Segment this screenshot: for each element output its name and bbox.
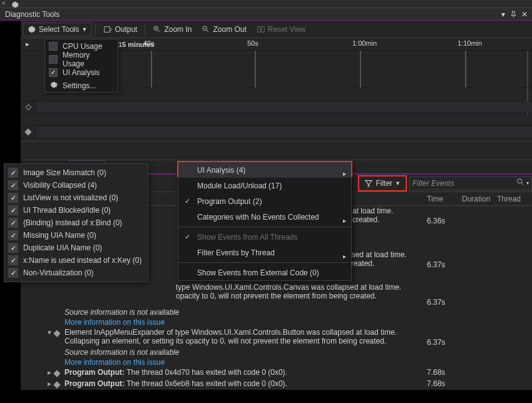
checkbox-icon[interactable] — [49, 68, 58, 77]
checkbox-icon[interactable] — [49, 42, 58, 51]
check-icon[interactable] — [8, 168, 18, 178]
col-duration[interactable]: Duration — [462, 195, 497, 203]
filter-menu-item[interactable]: UI Analysis (4) — [178, 162, 351, 178]
filter-search-box[interactable]: ▾ — [409, 176, 532, 190]
dropdown-icon[interactable]: ▾ — [499, 10, 507, 18]
gear-icon — [50, 81, 58, 91]
filter-menu-item: ✓Show Events from All Threads — [178, 229, 351, 245]
event-row[interactable]: ▾ Element InAppMenuExpander of type Wind… — [21, 327, 532, 347]
check-icon[interactable] — [8, 243, 18, 253]
svg-rect-4 — [262, 26, 264, 32]
close-icon[interactable]: ✕ — [520, 10, 528, 18]
select-tools-button[interactable]: Select Tools ▼ — [23, 23, 91, 36]
select-tools-label: Select Tools — [39, 25, 79, 34]
chevron-down-icon[interactable]: ▾ — [526, 180, 529, 186]
event-row[interactable]: ▸ Program Output: The thread 0x6eb8 has … — [21, 379, 532, 390]
left-panel-chevron-icon[interactable]: « — [2, 0, 6, 6]
category-item[interactable]: Non-Virtualization (0) — [4, 267, 148, 279]
check-icon[interactable] — [8, 218, 18, 228]
check-icon[interactable] — [8, 255, 18, 265]
settings-item[interactable]: Settings... — [45, 79, 118, 92]
events-diamond-icon — [24, 128, 31, 135]
output-button[interactable]: Output — [100, 23, 141, 36]
expand-icon[interactable]: ▸ — [44, 368, 54, 377]
category-item[interactable]: UI Thread Blocked/Idle (0) — [4, 204, 148, 217]
events-track[interactable] — [36, 126, 532, 138]
category-item[interactable]: Image Size Mismatch (0) — [4, 166, 148, 179]
more-info-link[interactable]: More information on this issue — [64, 358, 422, 367]
checkbox-icon[interactable] — [49, 55, 58, 64]
filter-menu-item[interactable]: Show Events from External Code (0) — [178, 265, 351, 280]
check-icon: ✓ — [185, 233, 190, 241]
svg-point-5 — [518, 179, 522, 183]
timeline-tick: 40s — [143, 39, 155, 47]
search-icon[interactable] — [516, 178, 525, 188]
category-item[interactable]: Missing UIA Name (0) — [4, 229, 148, 242]
expand-icon[interactable]: ▸ — [44, 379, 54, 388]
filter-label: Filter — [376, 179, 392, 188]
reset-view-button: Reset View — [253, 23, 309, 36]
zoom-in-button[interactable]: Zoom In — [149, 23, 195, 36]
check-icon[interactable] — [8, 180, 18, 190]
svg-rect-0 — [105, 26, 110, 32]
filter-dropdown-menu: UI Analysis (4) Module Load/Unload (17) … — [178, 161, 352, 281]
category-item[interactable]: Visibility Collapsed (4) — [4, 179, 148, 191]
chevron-down-icon: ▼ — [81, 26, 87, 33]
ui-analysis-categories-menu: Image Size Mismatch (0) Visibility Colla… — [4, 163, 148, 282]
panel-title-text: Diagnostic Tools — [5, 10, 59, 19]
timeline-tick: 50s — [247, 39, 258, 47]
filter-button[interactable]: Filter ▼ — [358, 175, 407, 191]
timeline-tick: 1:10min — [458, 39, 482, 47]
check-icon[interactable] — [8, 193, 18, 203]
diamond-icon — [53, 381, 60, 388]
output-label: Output — [115, 25, 137, 34]
select-tools-menu: CPU Usage Memory Usage UI Analysis Setti… — [44, 39, 118, 93]
select-tools-item[interactable]: UI Analysis — [45, 66, 118, 79]
filter-menu-item[interactable]: Module Load/Unload (17) — [178, 178, 351, 193]
check-icon[interactable] — [8, 230, 18, 240]
events-diamond-icon — [25, 104, 31, 110]
check-icon[interactable] — [8, 268, 18, 278]
category-item[interactable]: ListView is not virtualized (0) — [4, 191, 148, 204]
check-icon: ✓ — [185, 197, 190, 205]
diagnostic-session-expand-icon[interactable]: ▸ — [26, 40, 29, 48]
main-toolbar: Select Tools ▼ Output Zoom In Zoom Out R… — [21, 21, 532, 38]
reset-view-label: Reset View — [268, 25, 305, 34]
zoom-out-label: Zoom Out — [213, 25, 246, 34]
timeline-tick: 1:00min — [352, 39, 377, 47]
pin-icon[interactable] — [509, 10, 518, 18]
select-tools-item[interactable]: Memory Usage — [45, 53, 118, 66]
category-item[interactable]: Duplicate UIA Name (0) — [4, 242, 148, 254]
filter-menu-item[interactable]: Categories with No Events Collected — [178, 209, 351, 225]
event-row[interactable]: ▸ Program Output: The thread 0x4d70 has … — [21, 367, 532, 379]
more-info-link[interactable]: More information on this issue — [64, 318, 422, 327]
panel-title: Diagnostic Tools ▾ ✕ — [0, 8, 532, 21]
zoom-out-button[interactable]: Zoom Out — [198, 23, 250, 36]
expand-icon[interactable]: ▾ — [44, 328, 54, 337]
filter-menu-item[interactable]: ✓Program Output (2) — [178, 193, 351, 209]
filter-search-input[interactable] — [412, 179, 516, 188]
filter-menu-item[interactable]: Filter Events by Thread — [178, 245, 351, 260]
col-thread[interactable]: Thread — [497, 195, 532, 203]
zoom-in-label: Zoom In — [164, 25, 192, 34]
events-track[interactable] — [36, 101, 532, 113]
diamond-icon — [53, 370, 60, 377]
check-icon[interactable] — [8, 205, 18, 215]
category-item[interactable]: {Binding} instead of x:Bind (0) — [4, 217, 148, 229]
chevron-down-icon: ▼ — [395, 180, 401, 186]
category-item[interactable]: x:Name is used instead of x:Key (0) — [4, 254, 148, 267]
diamond-icon — [53, 330, 60, 337]
event-row[interactable]: type Windows.UI.Xaml.Controls.Canvas was… — [21, 282, 532, 307]
col-time[interactable]: Time — [422, 195, 462, 203]
svg-rect-3 — [258, 26, 260, 32]
